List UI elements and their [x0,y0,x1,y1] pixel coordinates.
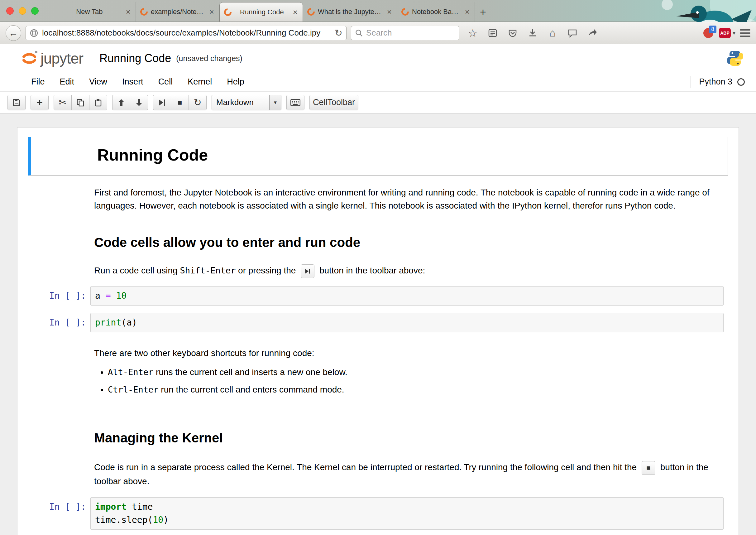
tab-label: Running Code [235,8,289,16]
tab-examples-notebook[interactable]: examples/Notebook/ × [136,2,219,21]
move-cell-down-button[interactable] [130,95,148,110]
url-text[interactable]: localhost:8888/notebooks/docs/source/exa… [42,28,331,38]
jupyter-logo-icon [20,49,38,67]
nav-icon-row: ☆ ⌂ [467,27,598,39]
run-cell-button[interactable] [153,95,171,110]
share-icon[interactable] [586,27,598,39]
celltoolbar-button[interactable]: CellToolbar [310,95,358,110]
new-tab-button[interactable]: + [475,2,491,21]
kernel-idle-icon [737,78,745,86]
tab-close-icon[interactable]: × [387,8,392,16]
bookmarks-menu-icon[interactable] [487,27,499,39]
markdown-cell[interactable]: There are two other keyboard shortcuts f… [17,347,739,360]
markdown-cell[interactable]: Run a code cell using Shift-Enter or pre… [17,264,739,278]
run-paragraph-post: button in the toolbar above: [317,266,425,275]
code-input[interactable]: print(a) [90,313,724,332]
keyboard-icon [290,99,300,106]
insert-cell-button[interactable]: + [31,95,49,110]
markdown-cell[interactable]: Alt-Enter runs the current cell and inse… [17,365,739,400]
notebook-h2-kernel: Managing the Kernel [94,430,724,446]
paste-icon [94,98,102,107]
markdown-cell[interactable]: First and foremost, the Jupyter Notebook… [17,186,739,212]
extension-badge-count: 8 [709,26,716,33]
inline-run-button-image [301,265,314,278]
tab-new-tab[interactable]: New Tab × [52,2,136,21]
browser-tab-bar: New Tab × examples/Notebook/ × Running C… [0,0,756,22]
tab-close-icon[interactable]: × [209,8,215,16]
jupyter-toolbar: + ✂ ■ ↻ Markdown [0,92,756,113]
kernel-name: Python 3 [699,77,732,87]
menu-file[interactable]: File [24,77,52,87]
menu-edit[interactable]: Edit [52,77,82,87]
code-cell[interactable]: In [ ]: import timetime.sleep(10) [17,497,739,530]
extension-badge-icon[interactable]: 8 [702,27,715,39]
code-input[interactable]: a = 10 [90,286,724,305]
notebook-title[interactable]: Running Code [99,52,171,65]
list-item-text: runs the current cell and inserts a new … [153,367,347,377]
menu-hamburger-icon[interactable] [740,29,750,37]
window-zoom-button[interactable] [31,7,39,14]
tab-label: New Tab [57,8,122,16]
jupyter-logo-text: jupyter [40,50,83,67]
menu-kernel[interactable]: Kernel [180,77,219,87]
tab-close-icon[interactable]: × [292,8,298,16]
search-bar[interactable] [351,26,459,40]
tab-strip: New Tab × examples/Notebook/ × Running C… [52,2,491,21]
search-input[interactable] [366,28,455,38]
menu-view[interactable]: View [82,77,115,87]
kbd-alt-enter: Alt-Enter [108,367,153,377]
screen: New Tab × examples/Notebook/ × Running C… [0,0,756,535]
pocket-icon[interactable] [507,27,519,39]
tab-notebook-basics[interactable]: Notebook Basics × [397,2,475,21]
command-palette-button[interactable] [286,95,305,110]
reload-icon[interactable]: ↻ [335,27,342,38]
window-close-button[interactable] [6,7,14,14]
notebook-panel: Running Code First and foremost, the Jup… [17,127,739,535]
window-minimize-button[interactable] [19,7,26,14]
code-input[interactable]: import timetime.sleep(10) [90,497,724,530]
kernel-paragraph-pre: Code is run in a separate process called… [94,462,639,472]
chevron-down-icon: ▾ [733,30,736,37]
markdown-cell[interactable]: Managing the Kernel [17,430,739,446]
run-icon [305,268,311,274]
hello-chat-icon[interactable] [567,27,579,39]
cell-type-dropdown[interactable]: Markdown ▼ [212,95,282,110]
cut-cell-button[interactable]: ✂ [54,95,72,110]
adblock-icon[interactable]: ABP ▾ [719,28,736,38]
menu-help[interactable]: Help [219,77,252,87]
arrow-up-icon [118,99,125,107]
run-paragraph: Run a code cell using Shift-Enter or pre… [90,264,728,278]
shortcuts-list: Alt-Enter runs the current cell and inse… [94,365,724,397]
checkpoint-status: (unsaved changes) [176,54,242,63]
jupyter-logo[interactable]: jupyter [20,49,83,67]
restart-kernel-button[interactable]: ↻ [189,95,206,110]
save-button[interactable] [8,95,26,110]
menu-cell[interactable]: Cell [151,77,180,87]
jupyter-header: jupyter Running Code (unsaved changes) [0,44,756,72]
interrupt-kernel-button[interactable]: ■ [171,95,189,110]
selected-markdown-cell[interactable]: Running Code [28,137,728,176]
tab-running-code-active[interactable]: Running Code × [219,2,303,21]
run-icon [158,99,166,106]
run-paragraph-pre: Run a code cell using [94,266,180,275]
jupyter-favicon-icon [400,7,410,17]
downloads-icon[interactable] [526,27,538,39]
tab-what-is-jupyter[interactable]: What is the Jupyter Notebook × [303,2,397,21]
menu-insert[interactable]: Insert [115,77,151,87]
window-controls [6,7,39,14]
move-cell-up-button[interactable] [112,95,130,110]
python-logo-icon [727,50,743,67]
url-bar[interactable]: localhost:8888/notebooks/docs/source/exa… [26,26,346,40]
markdown-cell[interactable]: Code cells allow you to enter and run co… [17,235,739,250]
code-cell[interactable]: In [ ]: a = 10 [17,286,739,305]
notebook-scroll-area[interactable]: Running Code First and foremost, the Jup… [0,113,756,535]
tab-close-icon[interactable]: × [125,8,131,16]
copy-cell-button[interactable] [71,95,90,110]
home-icon[interactable]: ⌂ [547,27,558,39]
back-button[interactable]: ← [6,25,21,41]
markdown-cell[interactable]: Code is run in a separate process called… [17,461,739,488]
paste-cell-button[interactable] [89,95,107,110]
bookmark-star-icon[interactable]: ☆ [467,27,479,39]
code-cell[interactable]: In [ ]: print(a) [17,313,739,332]
tab-close-icon[interactable]: × [464,8,470,16]
